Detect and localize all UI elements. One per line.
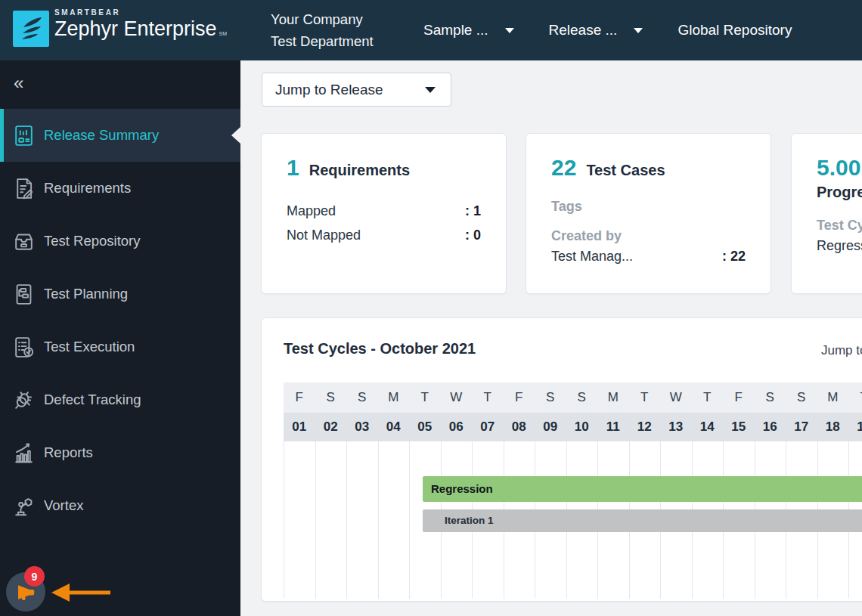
test-execution-icon [11,335,36,360]
sidebar-item-label: Release Summary [44,127,159,144]
release-summary-icon [11,123,36,148]
gantt-title: Test Cycles - October 2021 [284,340,476,358]
sidebar-item-requirements[interactable]: Requirements [0,162,240,215]
sidebar-item-label: Test Repository [44,233,141,249]
header-nav-release[interactable]: Release ... [549,22,643,39]
day-letter-cell: T [409,382,441,413]
day-letter-cell: W [660,382,692,413]
sidebar-item-test-execution[interactable]: Test Execution [0,320,240,373]
day-number-cell: 12 [629,413,661,441]
day-number-cell: 15 [723,413,755,441]
not-mapped-value: : 0 [465,223,481,247]
test-repository-icon [11,229,36,254]
sidebar-item-reports[interactable]: Reports [0,426,240,479]
gantt-day-column [284,441,316,599]
gantt-day-column [316,441,348,599]
annotation-arrow-icon [48,581,112,604]
sidebar-item-test-repository[interactable]: Test Repository [0,215,240,268]
day-letter-cell: T [692,382,724,413]
day-letter-cell: S [535,382,566,413]
requirements-count: 1 [287,155,299,181]
header-nav: Sample ...Release ...Global Repository [423,0,792,60]
progress-card: 5.00 Progress Test Cycle Regression [791,133,862,294]
gantt-bar-iteration-1[interactable]: Iteration 1 [423,509,862,532]
trademark: SM [219,31,228,36]
mapped-value: : 1 [465,199,481,223]
day-number-cell: 06 [441,413,473,441]
day-number-cell: 07 [472,413,504,441]
day-number-cell: 17 [786,413,817,441]
created-by-row: Test Manag... : 22 [551,244,746,268]
day-number-cell: 08 [504,413,535,441]
top-header: SMARTBEAR Zephyr EnterpriseSM Your Compa… [0,0,862,60]
day-number-cell: 05 [409,413,441,441]
gantt-jump-link[interactable]: Jump to [821,343,862,358]
test-cases-card: 22 Test Cases Tags Created by Test Manag… [526,133,771,294]
chevron-down-icon [425,87,436,93]
sidebar-item-test-planning[interactable]: Test Planning [0,268,240,320]
day-letter-cell: M [597,382,629,413]
requirements-card-title: Requirements [309,162,410,179]
defect-tracking-icon [11,388,36,413]
zephyr-logo[interactable] [13,11,49,47]
sidebar-item-defect-tracking[interactable]: Defect Tracking [0,373,240,426]
day-letter-cell: W [441,382,473,413]
sidebar-item-label: Defect Tracking [44,392,141,408]
day-letter-cell: S [566,382,598,413]
main-content: Jump to Release 1 Requirements Mapped : … [240,60,862,616]
progress-card-title: Progress [817,184,862,201]
sidebar-collapse-button[interactable]: « [14,74,23,92]
day-letter-cell: S [346,382,378,413]
smartbear-label: SMARTBEAR [54,9,227,17]
progress-row-label: Regression [817,234,862,258]
day-number-cell: 18 [817,413,849,441]
progress-row: Regression [817,234,862,258]
header-nav-label: Global Repository [678,22,792,39]
day-letter-cell: F [723,382,755,413]
header-nav-sample[interactable]: Sample ... [423,22,514,39]
day-letters-row: FSSMTWTFSSMTWTFSSMT [284,382,862,413]
product-name: Zephyr Enterprise [54,17,217,40]
day-letter-cell: S [755,382,786,413]
day-letter-cell: T [472,382,504,413]
mapped-label: Mapped [287,199,336,223]
feather-icon [13,11,49,47]
day-letter-cell: F [504,382,535,413]
sidebar-item-label: Requirements [44,180,131,197]
day-number-cell: 03 [346,413,378,441]
department-name: Test Department [271,30,374,52]
sidebar-item-vortex[interactable]: Vortex [0,479,240,532]
sidebar-item-label: Vortex [44,497,83,514]
test-planning-icon [11,282,36,307]
sidebar-item-label: Test Planning [44,286,128,302]
chevron-down-icon [634,28,643,33]
reports-icon [11,441,36,466]
gantt-grid: FSSMTWTFSSMTWTFSSMT 01020304050607080910… [284,382,862,599]
app-window: SMARTBEAR Zephyr EnterpriseSM Your Compa… [0,0,862,616]
header-nav-global-repository[interactable]: Global Repository [678,22,792,39]
day-letter-cell: M [378,382,410,413]
sidebar-item-release-summary[interactable]: Release Summary [0,109,240,162]
day-number-cell: 14 [692,413,724,441]
created-by-heading: Created by [551,228,746,244]
day-number-cell: 19 [848,413,862,441]
gantt-day-column [379,441,411,599]
requirements-card: 1 Requirements Mapped : 1 Not Mapped : 0 [261,133,507,294]
day-number-cell: 09 [535,413,566,441]
day-letter-cell: M [817,382,849,413]
sidebar-nav: Release SummaryRequirementsTest Reposito… [0,109,240,532]
day-letter-cell: T [629,382,661,413]
not-mapped-row: Not Mapped : 0 [287,223,481,247]
day-letter-cell: T [848,382,862,413]
notifications-button[interactable]: 9 [6,572,45,611]
header-nav-label: Sample ... [423,22,488,39]
gantt-day-column [347,441,379,599]
test-cases-count: 22 [551,155,576,181]
gantt-bar-regression[interactable]: Regression [423,476,862,502]
company-block: Your Company Test Department [271,8,374,52]
day-number-cell: 13 [660,413,692,441]
jump-to-release-label: Jump to Release [275,82,383,98]
jump-to-release-dropdown[interactable]: Jump to Release [262,73,451,107]
mapped-row: Mapped : 1 [287,199,481,223]
header-nav-label: Release ... [549,22,618,39]
